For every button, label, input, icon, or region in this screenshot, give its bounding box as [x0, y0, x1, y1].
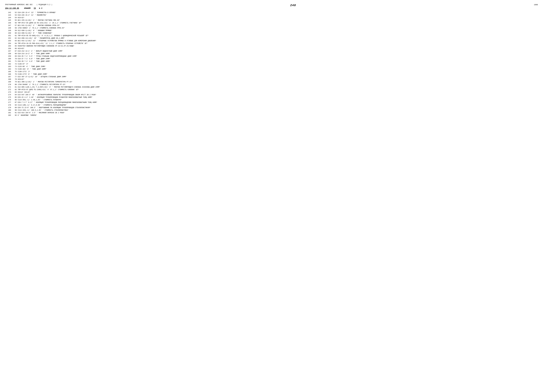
row-index-1: 160	[5, 58, 11, 60]
row-index-1: 154	[5, 42, 11, 45]
row-index-1: 155	[5, 45, 11, 47]
row-index-1: 143	[5, 14, 11, 17]
row-index-1: 163	[5, 65, 11, 68]
row-index-2: 67	[11, 50, 17, 52]
row-content: ТПР-НТ23-07 ДОП2 П1-2390(=14)' 4' 87.1,1…	[17, 88, 538, 91]
row-content: E16-39 7-1' 4.8' ' ТОЖЕ ДИАМ 40ММ*	[17, 60, 538, 63]
row-index-1: 170	[5, 83, 11, 86]
row-content: C130-101' 8' ' ТОЖЕ ДИАМ 40ММ*	[17, 68, 538, 71]
row-index-2: 68	[11, 52, 17, 55]
row-content: К' ЗАХАРОВА' ГАМОРА*	[17, 114, 538, 117]
row-index-1: 180	[5, 109, 11, 111]
row-content: C130-1771' 2*	[17, 71, 538, 73]
row-index-1: 175	[5, 96, 11, 99]
row-content: U12-805-1(А5.1,25) Т.4,П2Р(=16)' 4' ' МО…	[17, 86, 538, 88]
row-content: U12-698-12(=16)' 10' ' РАСШИРИТЕЛЬ ДИАМ …	[17, 37, 538, 39]
table-row: 148581704-50064' 1' 70.1,1' СТОИМОСТЬ КЛ…	[5, 27, 538, 29]
row-index-2: 82	[11, 88, 17, 91]
edition-label: ( РЕДАКЦИЯ 5.2 )	[37, 4, 52, 6]
table-row: 15868E18-214 14-2' 4' ' ТОЖЕ ДИАМ 40ММ*	[5, 52, 538, 55]
row-index-2: 76	[11, 73, 17, 76]
row-content: E26-15 4-2' 2.48' ' ИЗОЛЯЦИЯ ТРУБОПРОВОД…	[17, 96, 538, 99]
row-content: E18-226 15-2' 11' ' МАНОМЕТРЫ*	[17, 14, 538, 17]
row-index-1: 144	[5, 17, 11, 19]
row-index-2: 63	[11, 39, 17, 42]
row-content: Ш11-642-1(=16)' 11' ' ОТБОРНЫЕ УСТРОЙСТВ…	[17, 39, 538, 42]
row-content: ТПР-НТ24-18-29 П06-014(=23)' 11' 2.1,1' …	[17, 42, 538, 45]
row-index-2: 62	[11, 37, 17, 39]
row-index-1: 166	[5, 73, 11, 76]
row-index-2: 84	[11, 94, 17, 96]
row-index-1: 179	[5, 106, 11, 109]
row-content: U12-698-1(=16)' 6' ' БОБЫШКИ ПРЯМЫЕ*	[17, 29, 538, 32]
table-row: 15060U12-698-5(=16)' 5' ' ТОЖЕ СКОШЕННЫЕ…	[5, 32, 538, 34]
table-row: 17883C114-14R(.1)' 0.17,0.98' ' СТОИМОСТ…	[5, 104, 538, 106]
table-row: 18292К' ЗАХАРОВА' ГАМОРА*	[5, 114, 538, 117]
page-number: 248	[290, 4, 296, 7]
row-index-2: 83	[11, 91, 17, 94]
row-content: E18-228 15-4' 13' ' ТЕРМОМЕТРЫ В ОПРАВЕ*	[17, 11, 538, 14]
row-index-1: 162	[5, 63, 11, 65]
row-index-2: 71	[11, 60, 17, 63]
row-content: ТПР-НТ17-04 ДОП9-10 П3-224(=23)' 1' 20.1…	[17, 22, 538, 24]
row-index-2: 69	[11, 55, 17, 58]
year: 1906	[534, 4, 538, 6]
row-index-2: 52	[11, 11, 17, 14]
table-row: 16373C133-99' 4' ' ТОЖЕ ДИАМ 25ММ*	[5, 65, 538, 68]
row-index-1: 148	[5, 27, 11, 29]
table-row: 18191E15-614 164-6' 2.5' ' МАСЛЯНАЯ ОКРА…	[5, 111, 538, 114]
table-row: 14252E18-228 15-4' 13' ' ТЕРМОМЕТРЫ В ОП…	[5, 11, 538, 14]
program-name: ПРОГРАММНЫЙ КОМПЛЕКС АВС-ЗЕС	[5, 4, 33, 6]
table-row: 16474C130-101' 8' ' ТОЖЕ ДИАМ 40ММ*	[5, 68, 538, 71]
table-row: 15565П2ККУТЕЛ ОБВЯЗКИ РЕГУЛИРУЮЩИХ КЛАПА…	[5, 45, 538, 47]
row-index-1: 156	[5, 47, 11, 50]
row-content: E22-397 27-1(=3)' 10' ' ШТУЦЕРЫ СТАЛЬНЫЕ…	[17, 76, 538, 78]
row-index-2: 74	[11, 68, 17, 71]
row-index-1: 167	[5, 76, 11, 78]
header-top: ПРОГРАММНЫЙ КОМПЛЕКС АВС-ЗЕС ( РЕДАКЦИЯ …	[5, 4, 538, 7]
row-content: C114-193(.1)' 100.5,1.05' ' СТОИМОСТЬ СТ…	[17, 109, 538, 111]
row-index-1: 174	[5, 94, 11, 96]
table-row: 15161ТПР-НТ24-05 П3-088(=21)' 8' 0.22,1,…	[5, 34, 538, 37]
table-row: 170801704-50480' 1' 70.1,1' СТОИМОСТЬ РЕ…	[5, 83, 538, 86]
document-code: 264-12-249.85	[5, 7, 19, 9]
table-row: 15363Ш11-642-1(=16)' 11' ' ОТБОРНЫЕ УСТР…	[5, 39, 538, 42]
table-row: 15262U12-698-12(=16)' 10' ' РАСШИРИТЕЛЬ …	[5, 37, 538, 39]
row-index-2: 72	[11, 63, 17, 65]
row-index-2: 73	[11, 65, 17, 68]
row-index-2: 90	[11, 109, 17, 111]
row-content: Ш11-390-1(=16)' 1' ' МОНТАЖ РЕГУЛЯТОРА Т…	[17, 81, 538, 83]
row-content: H15=0' H21=0*	[17, 91, 538, 94]
row-index-1: 182	[5, 114, 11, 117]
row-index-2: 78	[11, 78, 17, 81]
row-index-2: 54	[11, 17, 17, 19]
row-content: ТПР-НТ24-05 П3-088(=21)' 8' 0.22,1,1' ПР…	[17, 34, 538, 37]
row-content: H15=63*	[17, 47, 538, 50]
row-index-2: 66	[11, 47, 17, 50]
row-index-2: 81	[11, 86, 17, 88]
table-row: 16777E22-397 27-1(=3)' 10' ' ШТУЦЕРЫ СТА…	[5, 76, 538, 78]
table-row: 14656ТПР-НТ17-04 ДОП9-10 П3-224(=23)' 1'…	[5, 22, 538, 24]
row-content: E26-7 2-7' 0.17' ' ИЗОЛЯЦИЯ ТРУБОПРОВОДО…	[17, 101, 538, 104]
row-index-2: 65	[11, 45, 17, 47]
row-index-2: 70	[11, 58, 17, 60]
row-index-1: 159	[5, 55, 11, 58]
row-index-1: 177	[5, 101, 11, 104]
row-index-1: 147	[5, 24, 11, 27]
row-index-2: 55	[11, 19, 17, 22]
table-row: 16878H15=32*	[5, 78, 538, 81]
row-index-2: 87	[11, 101, 17, 104]
row-index-1: 145	[5, 19, 11, 22]
table-row: 15666H15=63*	[5, 47, 538, 50]
row-content: C130-97' 3*	[17, 63, 538, 65]
row-index-1: 171	[5, 86, 11, 88]
row-content: H15=32*	[17, 78, 538, 81]
row-content: C133-99' 4' ' ТОЖЕ ДИАМ 25ММ*	[17, 65, 538, 68]
row-index-1: 142	[5, 11, 11, 14]
row-index-2: 60	[11, 32, 17, 34]
row-index-2: 83	[11, 104, 17, 106]
program-info: ПРОГРАММНЫЙ КОМПЛЕКС АВС-ЗЕС ( РЕДАКЦИЯ …	[5, 4, 52, 6]
row-index-2: 56	[11, 22, 17, 24]
row-content: П2ККУТЕЛ ОБВЯЗКИ РЕГУЛИРУЮЩИХ КЛАПАНОВ У…	[17, 45, 538, 47]
row-index-2: 61	[11, 34, 17, 37]
